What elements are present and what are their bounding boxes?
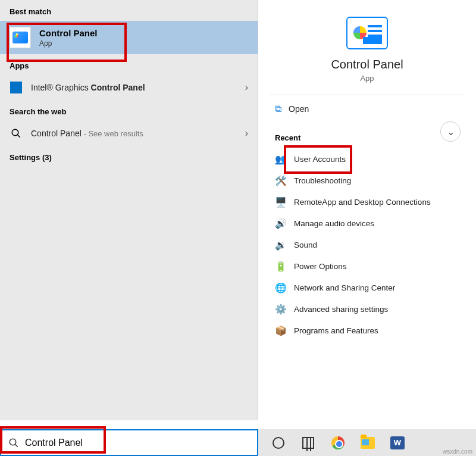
- search-web-header: Search the web: [0, 100, 258, 121]
- app-label: Intel® Graphics Control Panel: [31, 83, 245, 92]
- recent-list: 👥User Accounts 🛠️Troubleshooting 🖥️Remot…: [258, 148, 476, 341]
- taskbar: W: [0, 429, 476, 456]
- preview-title: Control Panel: [331, 58, 403, 71]
- recent-user-accounts[interactable]: 👥User Accounts: [258, 148, 476, 170]
- power-icon: 🔋: [275, 260, 287, 272]
- sharing-icon: ⚙️: [275, 303, 287, 315]
- search-icon: [10, 127, 23, 140]
- search-results-panel: Best match Control Panel App Apps Intel®…: [0, 0, 258, 420]
- chevron-down-icon: ⌄: [447, 126, 455, 138]
- taskbar-search-box[interactable]: [0, 429, 258, 456]
- recent-programs-features[interactable]: 📦Programs and Features: [258, 320, 476, 341]
- expand-chevron-button[interactable]: ⌄: [440, 121, 461, 142]
- file-explorer-icon: [361, 437, 375, 449]
- open-icon: ⧉: [275, 104, 281, 114]
- control-panel-large-icon: [346, 17, 388, 49]
- network-icon: 🌐: [275, 282, 287, 293]
- recent-manage-audio[interactable]: 🔊Manage audio devices: [258, 213, 476, 234]
- search-icon: [8, 438, 19, 448]
- svg-point-2: [10, 439, 16, 445]
- cortana-icon: [273, 437, 284, 449]
- remoteapp-icon: 🖥️: [275, 196, 287, 208]
- open-action[interactable]: ⧉ Open: [258, 95, 476, 123]
- chevron-right-icon: ›: [245, 82, 248, 93]
- svg-point-0: [12, 129, 18, 136]
- watermark: wsxdn.com: [443, 448, 472, 455]
- web-result-control-panel[interactable]: Control Panel - See web results ›: [0, 121, 258, 146]
- chrome-icon: [331, 436, 345, 449]
- best-match-header: Best match: [0, 0, 258, 21]
- chrome-taskbar-button[interactable]: [325, 432, 351, 454]
- audio-icon: 🔊: [275, 217, 287, 229]
- settings-header[interactable]: Settings (3): [0, 146, 258, 169]
- recent-advanced-sharing[interactable]: ⚙️Advanced sharing settings: [258, 298, 476, 320]
- word-taskbar-button[interactable]: W: [384, 432, 411, 454]
- recent-troubleshooting[interactable]: 🛠️Troubleshooting: [258, 170, 476, 191]
- user-accounts-icon: 👥: [275, 153, 287, 165]
- app-intel-graphics-control-panel[interactable]: Intel® Graphics Control Panel ›: [0, 75, 258, 100]
- web-suffix: - See web results: [82, 129, 143, 138]
- control-panel-icon: [10, 27, 31, 48]
- apps-header: Apps: [0, 54, 258, 75]
- best-match-control-panel[interactable]: Control Panel App: [0, 21, 258, 54]
- recent-network-sharing[interactable]: 🌐Network and Sharing Center: [258, 277, 476, 298]
- recent-power-options[interactable]: 🔋Power Options: [258, 255, 476, 277]
- task-view-icon: [302, 437, 314, 449]
- best-match-title: Control Panel: [39, 28, 98, 38]
- best-match-subtitle: App: [39, 39, 98, 48]
- search-input[interactable]: [25, 438, 250, 448]
- sound-icon: 🔉: [275, 239, 287, 251]
- svg-line-3: [15, 444, 18, 447]
- recent-remoteapp[interactable]: 🖥️RemoteApp and Desktop Connections: [258, 191, 476, 213]
- open-label: Open: [289, 104, 309, 114]
- web-term: Control Panel: [31, 129, 82, 138]
- word-icon: W: [390, 436, 405, 449]
- task-view-button[interactable]: [295, 432, 321, 454]
- intel-icon: [10, 81, 23, 94]
- preview-panel: Control Panel App ⧉ Open ⌄ Recent 👥User …: [258, 0, 476, 420]
- chevron-right-icon: ›: [245, 128, 248, 139]
- troubleshooting-icon: 🛠️: [275, 174, 287, 186]
- recent-sound[interactable]: 🔉Sound: [258, 234, 476, 255]
- cortana-button[interactable]: [265, 432, 292, 454]
- svg-line-1: [17, 135, 20, 138]
- programs-icon: 📦: [275, 324, 287, 336]
- preview-subtitle: App: [360, 74, 374, 83]
- file-explorer-taskbar-button[interactable]: [355, 432, 381, 454]
